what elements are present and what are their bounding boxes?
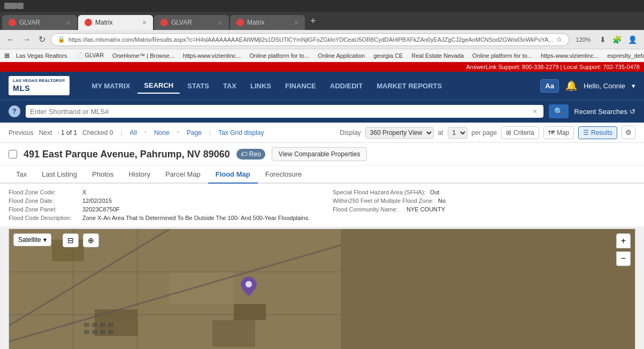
tab-close-1[interactable]: × <box>66 18 71 27</box>
browser-tab-2[interactable]: Matrix × <box>78 15 153 30</box>
satellite-label: Satellite <box>18 236 41 244</box>
nav-my-matrix[interactable]: MY MATRIX <box>86 79 137 93</box>
menu-icon[interactable]: ⋮ <box>641 33 644 46</box>
settings-gear-button[interactable]: ⚙ <box>622 126 635 139</box>
bookmark-real-estate-nevada[interactable]: Real Estate Nevada <box>409 51 466 60</box>
bookmark-online-platform1[interactable]: Online platform for to... <box>247 51 311 60</box>
bookmark-onehome[interactable]: OneHome™ | Browse... <box>110 51 177 60</box>
badge-label: Reo <box>249 150 261 158</box>
win-minimize[interactable] <box>4 3 11 9</box>
property-badge: 🏷 Reo <box>236 149 265 160</box>
bookmark-online-platform2[interactable]: Online platform for to... <box>470 51 534 60</box>
profile-icon[interactable]: 👤 <box>626 33 639 46</box>
map-view-button[interactable]: 🗺 Map <box>543 126 574 139</box>
bell-icon[interactable]: 🔔 <box>565 80 577 92</box>
tab-close-4[interactable]: × <box>294 18 298 27</box>
display-select[interactable]: 360 Property View <box>365 127 434 139</box>
extensions-icon[interactable]: 🧩 <box>610 33 624 46</box>
win-close[interactable] <box>17 3 24 9</box>
win-maximize[interactable] <box>11 3 17 9</box>
nav-add-edit[interactable]: ADD/EDIT <box>324 79 369 93</box>
favicon-3 <box>160 19 168 26</box>
browser-tab-1[interactable]: GLVAR × <box>2 15 77 30</box>
nav-search[interactable]: SEARCH <box>137 78 180 94</box>
browser-tab-3[interactable]: GLVAR × <box>154 15 229 30</box>
svg-rect-20 <box>234 304 266 320</box>
flood-code-desc-label: Flood Code Description: <box>9 215 78 221</box>
bookmark-expreslty1[interactable]: expreslty_default - Sig... <box>605 51 644 60</box>
tab-history[interactable]: History <box>121 166 157 184</box>
svg-rect-14 <box>108 323 113 327</box>
flood-info: Flood Zone Code: X Flood Zone Date: 12/0… <box>0 184 644 226</box>
browser-tab-4[interactable]: Matrix × <box>230 15 305 30</box>
support-bar: AnswerLink Support: 800-338-2279 | Local… <box>0 62 644 72</box>
search-button[interactable]: 🔍 <box>549 104 569 118</box>
flood-zone-date-label: Flood Zone Date: <box>9 198 78 204</box>
bookmark-online-app[interactable]: Online Application <box>316 51 367 60</box>
nav-stats[interactable]: STATS <box>181 79 216 93</box>
flood-row-community: Flood Community Name: NYE COUNTY <box>333 205 635 214</box>
bookmarks-bar: ⊞ Las Vegas Realtors 📄 GLVAR OneHome™ | … <box>0 49 644 62</box>
bookmark-star-icon[interactable]: ☆ <box>556 36 562 43</box>
tab-photos[interactable]: Photos <box>85 166 121 184</box>
address-bar[interactable]: 🔒 https://las.mlsmatrix.com/Matrix/Resul… <box>51 33 569 46</box>
zoom-out-button[interactable]: − <box>616 252 631 266</box>
nav-reload-button[interactable]: ↻ <box>36 32 48 47</box>
tab-parcel-map[interactable]: Parcel Map <box>158 166 208 184</box>
bookmark-las-vegas-realtors[interactable]: Las Vegas Realtors <box>14 51 69 60</box>
map-layers-button[interactable]: ⊟ <box>63 233 79 247</box>
at-select[interactable]: 1 <box>448 127 467 139</box>
nav-tax[interactable]: TAX <box>217 79 243 93</box>
accessibility-button[interactable]: Aa <box>540 79 559 93</box>
tab-flood-map[interactable]: Flood Map <box>208 166 258 184</box>
tab-foreclosure[interactable]: Foreclosure <box>258 166 310 184</box>
tab-close-2[interactable]: × <box>142 18 147 27</box>
results-view-button[interactable]: ☰ Results <box>578 126 617 139</box>
favicon-4 <box>236 19 244 26</box>
recent-searches-button[interactable]: Recent Searches ↺ <box>574 108 635 116</box>
help-circle[interactable]: ? <box>9 105 20 117</box>
user-greeting: Hello, Connie <box>584 82 625 90</box>
map-target-button[interactable]: ⊕ <box>83 233 99 247</box>
search-clear-icon[interactable]: × <box>533 107 537 116</box>
tax-grid-link[interactable]: Tax Grid display <box>218 129 264 136</box>
flood-right-col: Special Flood Hazard Area (SFHA): Out Wi… <box>333 188 635 222</box>
results-toolbar: Previous Next · 1 of 1 Checked 0 | All •… <box>0 123 644 143</box>
nav-forward-button[interactable]: → <box>20 33 33 47</box>
nav-market-reports[interactable]: MARKET REPORTS <box>370 79 448 93</box>
nav-back-button[interactable]: ← <box>4 33 17 47</box>
search-input[interactable] <box>30 108 533 116</box>
satellite-toggle-button[interactable]: Satellite ▾ <box>13 233 51 246</box>
bookmark-georgia-ce[interactable]: georgia CE <box>371 51 405 60</box>
user-dropdown-icon[interactable]: ▾ <box>632 82 635 90</box>
nav-links[interactable]: LINKS <box>244 79 278 93</box>
page-info: · 1 of 1 <box>57 129 77 136</box>
flood-left-col: Flood Zone Code: X Flood Zone Date: 12/0… <box>9 188 311 222</box>
favicon-2 <box>85 19 92 26</box>
bookmark-vizientinc1[interactable]: https-www.vizientinc... <box>181 51 243 60</box>
flood-zone-panel-value: 32023C8750F <box>82 206 120 213</box>
mls-logo: LAS VEGAS REALTORS® MLS <box>9 76 70 96</box>
tab-close-3[interactable]: × <box>218 18 223 27</box>
bookmark-glvar[interactable]: 📄 GLVAR <box>73 51 106 60</box>
all-link[interactable]: All <box>130 129 137 136</box>
next-results-button[interactable]: Next <box>39 129 52 136</box>
prev-results-button[interactable]: Previous <box>9 129 34 136</box>
tab-tax[interactable]: Tax <box>9 166 34 184</box>
criteria-view-button[interactable]: ⊞ Criteria <box>501 126 539 139</box>
flood-row-code: Flood Zone Code: X <box>9 188 311 196</box>
zoom-in-button[interactable]: + <box>616 233 631 248</box>
tab-add-button[interactable]: + <box>306 16 320 27</box>
property-header: 491 East Parque Avenue, Pahrump, NV 8906… <box>0 143 644 166</box>
property-checkbox[interactable] <box>9 150 17 158</box>
download-icon[interactable]: ⬇ <box>597 33 608 46</box>
none-link[interactable]: None <box>154 129 170 136</box>
page-link[interactable]: Page <box>187 129 202 136</box>
recent-searches-icon: ↺ <box>630 108 635 116</box>
map-pin <box>241 277 257 298</box>
comparable-properties-button[interactable]: View Comparable Properties <box>272 147 367 161</box>
bookmark-vizientinc2[interactable]: https-www.vizientinc... <box>539 51 601 60</box>
nav-finance[interactable]: FINANCE <box>279 79 323 93</box>
tab-last-listing[interactable]: Last Listing <box>34 166 85 184</box>
within250-value: No <box>438 198 446 204</box>
